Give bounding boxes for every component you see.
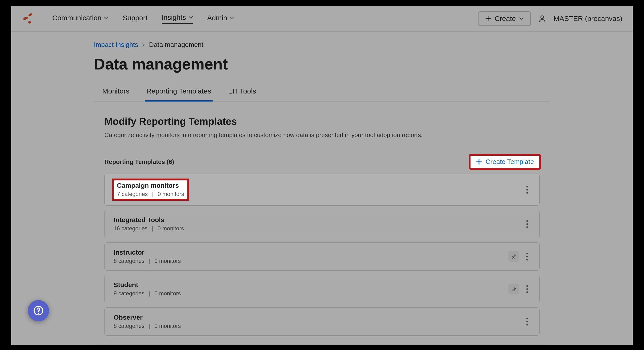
tenant-label[interactable]: MASTER (precanvas) xyxy=(554,14,622,23)
template-categories: 8 categories xyxy=(114,258,144,264)
template-actions xyxy=(524,184,530,196)
nav-insights-label: Insights xyxy=(162,13,186,21)
nav-support-label: Support xyxy=(122,14,147,22)
template-title: Instructor xyxy=(114,249,181,256)
template-title: Integrated Tools xyxy=(114,216,184,224)
template-card-info: Student9 categories|0 monitors xyxy=(114,281,181,297)
create-template-label: Create Template xyxy=(486,158,534,166)
templates-list: Campaign monitors7 categories|0 monitors… xyxy=(104,174,540,336)
templates-count-label: Reporting Templates (6) xyxy=(104,158,174,166)
template-card-info: Campaign monitors7 categories|0 monitors xyxy=(114,180,188,199)
breadcrumb-root[interactable]: Impact Insights xyxy=(94,41,138,48)
nav-communication[interactable]: Communication xyxy=(52,13,108,24)
svg-point-2 xyxy=(38,313,39,314)
nav-insights[interactable]: Insights xyxy=(162,13,193,24)
template-meta: 7 categories|0 monitors xyxy=(117,191,184,197)
kebab-menu-icon[interactable] xyxy=(524,251,530,262)
template-card[interactable]: Instructor8 categories|0 monitors xyxy=(104,242,540,271)
create-button-label: Create xyxy=(494,14,516,23)
nav-support[interactable]: Support xyxy=(122,13,147,24)
template-card-info: Observer8 categories|0 monitors xyxy=(114,314,181,329)
tab-lti-tools[interactable]: LTI Tools xyxy=(227,87,258,101)
chevron-right-icon xyxy=(142,43,146,47)
template-monitors: 0 monitors xyxy=(154,323,181,329)
primary-nav: Communication Support Insights Admin xyxy=(52,13,234,24)
template-title: Observer xyxy=(114,314,181,321)
page-title: Data management xyxy=(94,55,550,73)
chevron-down-icon xyxy=(519,16,524,21)
question-icon xyxy=(33,306,44,316)
app: Communication Support Insights Admin Cre… xyxy=(11,6,633,345)
plus-icon xyxy=(485,15,491,22)
tab-monitors[interactable]: Monitors xyxy=(101,87,131,101)
template-card[interactable]: Observer8 categories|0 monitors xyxy=(104,307,540,336)
template-actions xyxy=(508,283,530,295)
kebab-menu-icon[interactable] xyxy=(524,283,530,295)
logo xyxy=(22,13,34,24)
pin-icon[interactable] xyxy=(508,284,519,294)
template-categories: 8 categories xyxy=(114,323,144,329)
template-meta: 9 categories|0 monitors xyxy=(114,290,181,297)
template-title: Campaign monitors xyxy=(117,182,184,189)
tab-reporting-templates[interactable]: Reporting Templates xyxy=(145,87,212,101)
nav-communication-label: Communication xyxy=(52,14,101,22)
template-categories: 9 categories xyxy=(114,290,144,297)
kebab-menu-icon[interactable] xyxy=(524,218,530,230)
template-card[interactable]: Integrated Tools16 categories|0 monitors xyxy=(104,210,540,238)
plus-icon xyxy=(476,159,482,165)
panel-title: Modify Reporting Templates xyxy=(104,116,540,127)
template-monitors: 0 monitors xyxy=(154,258,181,264)
pin-icon[interactable] xyxy=(508,251,519,262)
kebab-menu-icon[interactable] xyxy=(524,316,530,327)
nav-admin[interactable]: Admin xyxy=(207,13,234,24)
separator: | xyxy=(152,191,154,197)
nav-admin-label: Admin xyxy=(207,14,227,22)
create-template-button[interactable]: Create Template xyxy=(470,155,540,168)
svg-point-0 xyxy=(541,16,544,18)
chevron-down-icon xyxy=(104,15,108,20)
separator: | xyxy=(152,225,153,232)
template-meta: 8 categories|0 monitors xyxy=(114,258,181,264)
separator: | xyxy=(149,323,150,329)
template-card[interactable]: Student9 categories|0 monitors xyxy=(104,275,540,303)
help-fab[interactable] xyxy=(28,300,49,321)
panel-description: Categorize activity monitors into report… xyxy=(104,131,540,139)
chevron-down-icon xyxy=(188,15,193,20)
template-actions xyxy=(508,251,530,262)
template-categories: 7 categories xyxy=(117,191,148,197)
reporting-templates-panel: Modify Reporting Templates Categorize ac… xyxy=(94,102,550,345)
template-monitors: 0 monitors xyxy=(158,191,184,197)
template-actions xyxy=(524,316,530,327)
template-monitors: 0 monitors xyxy=(158,225,184,232)
template-actions xyxy=(524,218,530,230)
create-button[interactable]: Create xyxy=(478,11,531,26)
templates-list-header: Reporting Templates (6) Create Template xyxy=(104,155,540,168)
template-card[interactable]: Campaign monitors7 categories|0 monitors xyxy=(104,174,540,206)
separator: | xyxy=(149,290,150,297)
template-monitors: 0 monitors xyxy=(154,290,181,297)
template-card-info: Integrated Tools16 categories|0 monitors xyxy=(114,216,184,232)
main: Impact Insights Data management Data man… xyxy=(11,31,633,345)
template-title: Student xyxy=(114,281,181,289)
separator: | xyxy=(149,258,150,264)
template-categories: 16 categories xyxy=(114,225,148,232)
kebab-menu-icon[interactable] xyxy=(524,184,530,196)
template-meta: 16 categories|0 monitors xyxy=(114,225,184,232)
chevron-down-icon xyxy=(230,15,234,20)
user-icon[interactable] xyxy=(538,14,546,23)
tabs: Monitors Reporting Templates LTI Tools xyxy=(94,87,550,102)
breadcrumb: Impact Insights Data management xyxy=(94,41,550,48)
topbar: Communication Support Insights Admin Cre… xyxy=(11,6,633,31)
breadcrumb-current: Data management xyxy=(149,41,203,48)
template-card-info: Instructor8 categories|0 monitors xyxy=(114,249,181,264)
template-meta: 8 categories|0 monitors xyxy=(114,323,181,329)
